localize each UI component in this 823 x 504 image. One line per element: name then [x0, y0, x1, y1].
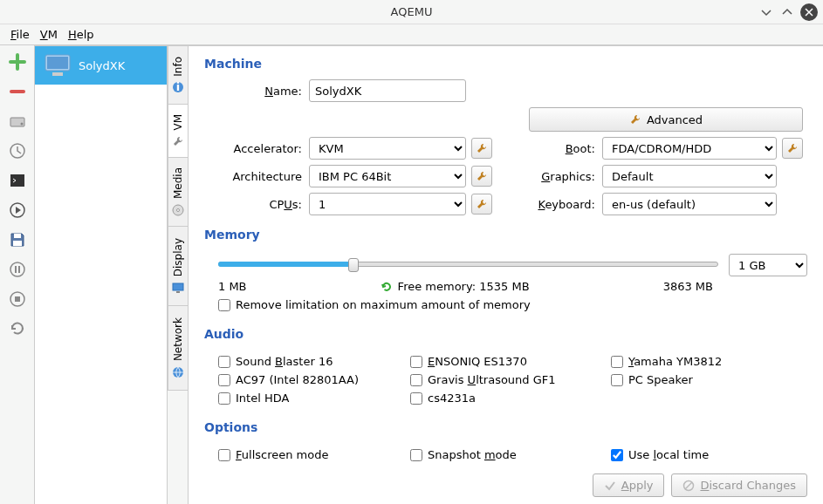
svg-rect-17: [173, 283, 183, 290]
tab-info[interactable]: Info i: [168, 45, 188, 105]
maximize-button[interactable]: [779, 4, 795, 20]
graphics-select[interactable]: Default: [602, 165, 777, 187]
architecture-config-button[interactable]: [471, 166, 492, 187]
keyboard-select[interactable]: en-us (default): [602, 193, 777, 215]
audio-pcspeaker[interactable]: PC Speaker: [611, 373, 785, 386]
refresh-icon[interactable]: [381, 281, 393, 293]
svg-point-16: [177, 209, 180, 212]
architecture-select[interactable]: IBM PC 64Bit: [309, 165, 466, 187]
refresh-icon[interactable]: [8, 319, 27, 338]
section-options-title: Options: [204, 420, 807, 434]
close-button[interactable]: [800, 3, 818, 21]
option-localtime[interactable]: Use local time: [611, 448, 785, 461]
info-icon: i: [172, 81, 184, 93]
tab-display[interactable]: Display: [168, 226, 188, 306]
remove-limit-checkbox[interactable]: [218, 299, 230, 311]
svg-rect-11: [47, 57, 68, 69]
menu-help[interactable]: Help: [68, 28, 94, 41]
pause-icon[interactable]: [8, 260, 27, 279]
wrench-icon: [629, 113, 641, 126]
play-icon[interactable]: [8, 201, 27, 220]
audio-grid: Sound Blaster 16 ENSONIQ ES1370 Yamaha Y…: [218, 355, 807, 405]
terminal-icon[interactable]: [8, 171, 27, 190]
stop-icon[interactable]: [8, 289, 27, 309]
content-panel: Machine Name: Advanced Accelerator: KVM …: [189, 45, 823, 504]
left-toolbar: [0, 45, 35, 504]
menubar: File VM Help: [0, 24, 823, 45]
memory-min-label: 1 MB: [218, 280, 247, 293]
cpus-select[interactable]: 1: [309, 193, 466, 215]
clock-icon[interactable]: [8, 141, 27, 160]
name-label: Name:: [218, 85, 304, 98]
remove-limit-row: Remove limitation on maximum amount of m…: [218, 298, 807, 311]
apply-button[interactable]: Apply: [593, 473, 665, 497]
section-machine-title: Machine: [204, 57, 807, 71]
titlebar: AQEMU: [0, 0, 823, 24]
options-grid: Fullscreen mode Snapshot mode Use local …: [218, 448, 807, 461]
machine-form: Name: Advanced Accelerator: KVM Boot: FD…: [218, 79, 807, 215]
graphics-label: Graphics:: [529, 170, 597, 183]
svg-rect-3: [10, 174, 24, 187]
audio-ensoniq[interactable]: ENSONIQ ES1370: [410, 355, 593, 368]
audio-sb16[interactable]: Sound Blaster 16: [218, 355, 393, 368]
boot-label: Boot:: [529, 142, 597, 155]
menu-vm[interactable]: VM: [40, 28, 58, 41]
boot-select[interactable]: FDA/CDROM/HDD: [602, 137, 777, 160]
accelerator-select[interactable]: KVM: [309, 137, 466, 160]
window-controls: [758, 3, 818, 21]
svg-rect-18: [176, 291, 180, 293]
vm-list-item-label: SolydXK: [79, 59, 125, 72]
window-title: AQEMU: [391, 5, 433, 18]
svg-rect-12: [52, 72, 63, 76]
accelerator-config-button[interactable]: [471, 138, 492, 159]
memory-slider-row: 1 GB: [218, 254, 807, 276]
monitor-icon: [44, 53, 72, 78]
memory-free-label: Free memory: 1535 MB: [381, 280, 530, 293]
tab-vm[interactable]: VM: [168, 104, 188, 158]
check-icon: [604, 480, 616, 492]
option-fullscreen[interactable]: Fullscreen mode: [218, 448, 393, 461]
svg-rect-9: [15, 296, 20, 302]
section-audio-title: Audio: [204, 327, 807, 341]
vm-list[interactable]: SolydXK: [35, 45, 168, 504]
audio-yamaha[interactable]: Yamaha YM3812: [611, 355, 785, 368]
advanced-button[interactable]: Advanced: [529, 107, 803, 132]
discard-button[interactable]: Discard Changes: [671, 473, 807, 497]
cpus-label: CPUs:: [218, 198, 304, 211]
memory-slider-thumb[interactable]: [348, 258, 359, 272]
disc-icon: [172, 204, 184, 216]
display-icon: [172, 282, 184, 294]
remove-vm-icon[interactable]: [8, 82, 27, 101]
disk-icon[interactable]: [8, 112, 27, 131]
audio-intelhda[interactable]: Intel HDA: [218, 392, 393, 405]
audio-cs4231a[interactable]: cs4231a: [410, 392, 593, 405]
remove-limit-label: Remove limitation on maximum amount of m…: [236, 298, 531, 311]
svg-point-7: [10, 262, 24, 276]
architecture-label: Architecture: [218, 170, 304, 183]
cpus-config-button[interactable]: [471, 194, 492, 215]
accelerator-label: Accelerator:: [218, 142, 304, 155]
main-area: SolydXK Info i VM Media Display Network …: [0, 45, 823, 504]
svg-rect-6: [13, 241, 22, 246]
vm-list-item[interactable]: SolydXK: [35, 46, 167, 85]
name-input[interactable]: [309, 79, 466, 102]
option-snapshot[interactable]: Snapshot mode: [410, 448, 593, 461]
section-memory-title: Memory: [204, 228, 807, 242]
footer: Apply Discard Changes: [204, 465, 807, 497]
audio-ac97[interactable]: AC97 (Intel 82801AA): [218, 373, 393, 386]
tab-network[interactable]: Network: [168, 305, 188, 391]
add-vm-icon[interactable]: [8, 52, 27, 72]
minimize-button[interactable]: [758, 4, 774, 20]
audio-gravis[interactable]: Gravis Ultrasound GF1: [410, 373, 593, 386]
svg-rect-5: [14, 234, 21, 238]
boot-config-button[interactable]: [782, 138, 803, 159]
memory-value-select[interactable]: 1 GB: [729, 254, 807, 276]
tab-media[interactable]: Media: [168, 157, 188, 227]
cancel-icon: [682, 480, 695, 492]
memory-slider[interactable]: [218, 258, 718, 272]
network-icon: [172, 366, 184, 378]
svg-rect-0: [10, 118, 24, 126]
save-icon[interactable]: [8, 230, 27, 249]
menu-file[interactable]: File: [10, 28, 30, 41]
svg-point-1: [20, 123, 23, 126]
